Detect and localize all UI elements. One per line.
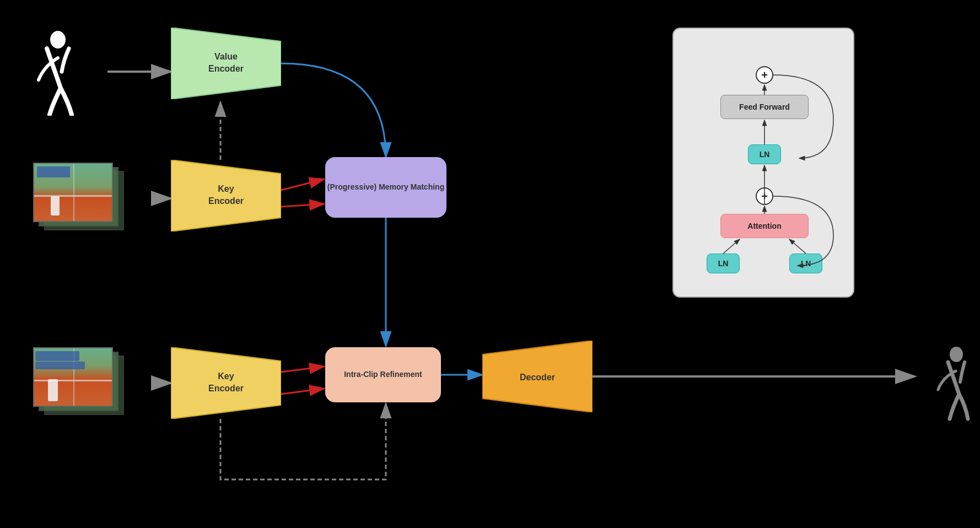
svg-text:Decoder: Decoder (520, 373, 555, 382)
svg-line-7 (281, 179, 324, 190)
svg-line-39 (789, 239, 806, 254)
svg-text:Key: Key (218, 371, 234, 381)
svg-point-21 (50, 31, 66, 49)
svg-line-12 (281, 389, 324, 394)
svg-text:Encoder: Encoder (208, 384, 244, 393)
tf-ln-top: LN (748, 144, 781, 164)
svg-marker-25 (171, 160, 281, 231)
svg-text:Key: Key (218, 184, 234, 193)
svg-text:Encoder: Encoder (208, 64, 244, 73)
silhouette-top (28, 28, 88, 118)
tf-ln-left: LN (707, 254, 740, 273)
svg-marker-22 (171, 28, 281, 99)
video-frames-top (33, 163, 130, 234)
svg-marker-28 (171, 347, 281, 419)
key-encoder-top: Key Encoder (171, 160, 281, 231)
svg-point-40 (950, 347, 963, 362)
svg-line-8 (281, 204, 324, 207)
video-frames-bottom (33, 347, 130, 419)
svg-line-38 (723, 239, 740, 254)
transformer-box: + Feed Forward LN + Attention LN LN (672, 28, 854, 298)
svg-text:Value: Value (214, 52, 238, 61)
tf-feedforward: Feed Forward (720, 95, 809, 119)
tf-attention: Attention (720, 214, 809, 238)
value-encoder: Value Encoder (171, 28, 281, 99)
intra-clip-refinement: Intra-Clip Refinement (325, 347, 441, 402)
svg-line-11 (281, 367, 324, 372)
diagram: Value Encoder Key Encoder Key Encoder (P… (0, 0, 980, 528)
svg-text:Encoder: Encoder (208, 196, 244, 206)
tf-ln-right: LN (789, 254, 822, 273)
key-encoder-bottom: Key Encoder (171, 347, 281, 419)
tf-plus-bottom: + (756, 187, 773, 205)
memory-matching: (Progressive) Memory Matching (325, 157, 446, 218)
decoder: Decoder (482, 341, 593, 412)
tf-plus-top: + (756, 66, 773, 84)
silhouette-bottom-right (931, 344, 980, 424)
